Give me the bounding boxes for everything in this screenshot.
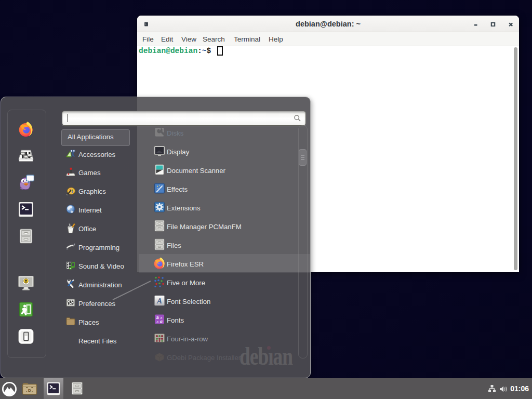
svg-text:a: a — [160, 319, 163, 324]
svg-text:a: a — [156, 319, 158, 324]
svg-text:A: A — [156, 297, 162, 305]
svg-text:D: D — [28, 388, 31, 393]
